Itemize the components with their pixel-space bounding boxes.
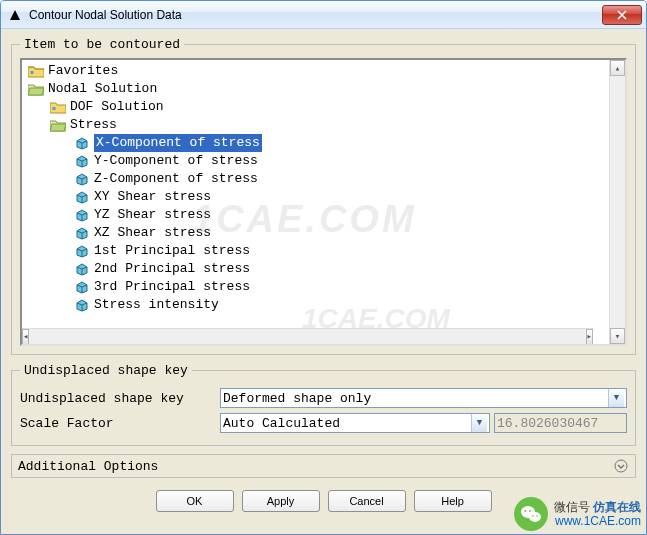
wechat-icon	[514, 497, 548, 531]
tree-view[interactable]: 1CAE.COM 1CAE.COM Favorites Nodal Soluti…	[22, 60, 609, 344]
titlebar[interactable]: Contour Nodal Solution Data	[1, 1, 646, 29]
tree-item-stress-intensity[interactable]: Stress intensity	[26, 296, 609, 314]
button-label: Help	[441, 495, 464, 507]
tree-node-nodal-solution[interactable]: Nodal Solution	[26, 80, 609, 98]
svg-point-8	[536, 515, 538, 517]
tree-label: Y-Component of stress	[94, 152, 258, 170]
button-label: Cancel	[349, 495, 383, 507]
scale-value-text: 16.8026030467	[497, 416, 598, 431]
cube-icon	[74, 190, 90, 204]
close-button[interactable]	[602, 5, 642, 25]
folder-open-icon	[50, 118, 66, 132]
undisplaced-select[interactable]: Deformed shape only ▼	[220, 388, 627, 408]
tree-item-3rd-principal[interactable]: 3rd Principal stress	[26, 278, 609, 296]
folder-icon	[50, 100, 66, 114]
apply-button[interactable]: Apply	[242, 490, 320, 512]
scale-label: Scale Factor	[20, 416, 220, 431]
chevron-down-icon: ▼	[471, 414, 487, 432]
cube-icon	[74, 280, 90, 294]
overlay-brand: 仿真在线	[593, 500, 641, 514]
scale-row: Scale Factor Auto Calculated ▼ 16.802603…	[20, 412, 627, 434]
cube-icon	[74, 298, 90, 312]
title-text: Contour Nodal Solution Data	[29, 8, 602, 22]
overlay-url: www.1CAE.com	[554, 514, 641, 528]
tree-item-yz-shear[interactable]: YZ Shear stress	[26, 206, 609, 224]
svg-point-2	[615, 460, 627, 472]
undisplaced-groupbox-legend: Undisplaced shape key	[20, 363, 192, 378]
tree-label: XZ Shear stress	[94, 224, 211, 242]
scale-select[interactable]: Auto Calculated ▼	[220, 413, 490, 433]
help-button[interactable]: Help	[414, 490, 492, 512]
close-icon	[617, 10, 627, 20]
tree-label: Z-Component of stress	[94, 170, 258, 188]
cube-icon	[74, 208, 90, 222]
button-label: OK	[187, 495, 203, 507]
svg-point-7	[532, 515, 534, 517]
cube-icon	[74, 136, 90, 150]
tree-item-xy-shear[interactable]: XY Shear stress	[26, 188, 609, 206]
tree-label: Stress intensity	[94, 296, 219, 314]
dialog-window: Contour Nodal Solution Data Item to be c…	[0, 0, 647, 535]
item-groupbox-legend: Item to be contoured	[20, 37, 184, 52]
tree-label: Stress	[70, 116, 117, 134]
dialog-body: Item to be contoured 1CAE.COM 1CAE.COM F…	[1, 29, 646, 534]
tree-item-2nd-principal[interactable]: 2nd Principal stress	[26, 260, 609, 278]
ok-button[interactable]: OK	[156, 490, 234, 512]
tree-label: Favorites	[48, 62, 118, 80]
scroll-left-button[interactable]: ◂	[22, 329, 29, 344]
tree-item-1st-principal[interactable]: 1st Principal stress	[26, 242, 609, 260]
watermark-overlay: 微信号 仿真在线 www.1CAE.com	[514, 497, 641, 531]
select-value: Deformed shape only	[223, 391, 371, 406]
additional-options-bar[interactable]: Additional Options	[11, 454, 636, 478]
item-groupbox: Item to be contoured 1CAE.COM 1CAE.COM F…	[11, 37, 636, 355]
overlay-text: 微信号 仿真在线 www.1CAE.com	[554, 500, 641, 528]
tree-container: 1CAE.COM 1CAE.COM Favorites Nodal Soluti…	[20, 58, 627, 346]
tree-item-y-component[interactable]: Y-Component of stress	[26, 152, 609, 170]
tree-node-favorites[interactable]: Favorites	[26, 62, 609, 80]
tree-item-z-component[interactable]: Z-Component of stress	[26, 170, 609, 188]
cube-icon	[74, 262, 90, 276]
cancel-button[interactable]: Cancel	[328, 490, 406, 512]
undisplaced-groupbox: Undisplaced shape key Undisplaced shape …	[11, 363, 636, 446]
folder-open-icon	[28, 82, 44, 96]
svg-rect-0	[31, 71, 34, 74]
expand-icon	[613, 458, 629, 474]
cube-icon	[74, 244, 90, 258]
tree-node-dof-solution[interactable]: DOF Solution	[26, 98, 609, 116]
scale-value-field: 16.8026030467	[494, 413, 627, 433]
tree-label: X-Component of stress	[94, 134, 262, 152]
tree-item-x-component[interactable]: X-Component of stress	[26, 134, 609, 152]
tree-label: 2nd Principal stress	[94, 260, 250, 278]
folder-icon	[28, 64, 44, 78]
tree-label: 3rd Principal stress	[94, 278, 250, 296]
cube-icon	[74, 154, 90, 168]
chevron-down-icon: ▼	[608, 389, 624, 407]
cube-icon	[74, 172, 90, 186]
additional-options-label: Additional Options	[18, 459, 158, 474]
scroll-up-button[interactable]: ▴	[610, 60, 625, 76]
overlay-wechat-label: 微信号	[554, 500, 590, 514]
svg-point-6	[529, 510, 531, 512]
svg-point-5	[524, 510, 526, 512]
scroll-down-button[interactable]: ▾	[610, 328, 625, 344]
horizontal-scrollbar[interactable]: ◂ ▸	[22, 328, 593, 344]
undisplaced-label: Undisplaced shape key	[20, 391, 220, 406]
vertical-scrollbar[interactable]: ▴ ▾	[609, 60, 625, 344]
svg-rect-1	[53, 107, 56, 110]
svg-point-4	[529, 512, 541, 522]
tree-label: YZ Shear stress	[94, 206, 211, 224]
tree-label: XY Shear stress	[94, 188, 211, 206]
undisplaced-row: Undisplaced shape key Deformed shape onl…	[20, 387, 627, 409]
tree-node-stress[interactable]: Stress	[26, 116, 609, 134]
scroll-right-button[interactable]: ▸	[586, 329, 593, 344]
tree-label: 1st Principal stress	[94, 242, 250, 260]
cube-icon	[74, 226, 90, 240]
tree-label: Nodal Solution	[48, 80, 157, 98]
tree-label: DOF Solution	[70, 98, 164, 116]
tree-item-xz-shear[interactable]: XZ Shear stress	[26, 224, 609, 242]
app-icon	[7, 7, 23, 23]
select-value: Auto Calculated	[223, 416, 340, 431]
button-label: Apply	[267, 495, 295, 507]
